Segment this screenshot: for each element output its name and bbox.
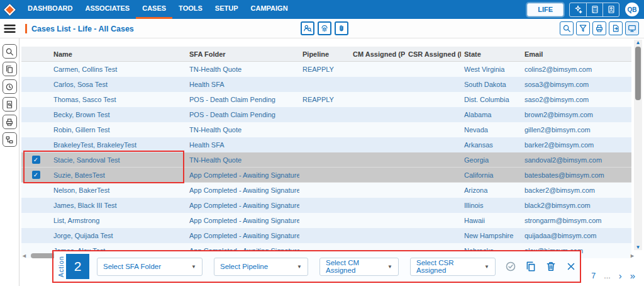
check-circle-icon[interactable] <box>504 260 517 273</box>
table-row[interactable]: ✓Suzie, BatesTestApp Completed - Awaitin… <box>21 168 631 183</box>
table-row[interactable]: Thomas, Sasco TestPOS - Death Claim Pend… <box>21 92 631 107</box>
row-pipeline <box>299 122 350 137</box>
page-number[interactable]: 7 <box>591 272 596 280</box>
vertical-scrollbar[interactable]: ▲ ▼ <box>634 40 642 250</box>
action-dropdown-select-cm-assigned[interactable]: Select CM Assigned▼ <box>319 258 399 276</box>
chevron-down-icon: ▼ <box>484 264 489 270</box>
nav-item-dashboard[interactable]: DASHBOARD <box>21 0 79 19</box>
fingerprint-icon[interactable] <box>318 21 331 35</box>
row-csr-assigned <box>405 107 461 122</box>
row-checkbox-cell[interactable] <box>21 62 50 77</box>
row-name: List, Armstrong <box>50 213 186 228</box>
duplicate-icon[interactable] <box>525 260 537 273</box>
scroll-up-icon[interactable]: ▲ <box>636 40 641 45</box>
table-row[interactable]: Becky, Brown TestPOS - Death Claim Pendi… <box>21 107 631 122</box>
row-state: Arkansas <box>461 137 521 152</box>
table-row[interactable]: List, ArmstrongApp Completed - Awaiting … <box>21 213 631 228</box>
column-header-email[interactable]: Email <box>521 47 631 61</box>
next-page-button[interactable]: › <box>619 270 622 281</box>
column-header-cm-assigned-p-[interactable]: CM Assigned (P) <box>350 47 405 61</box>
row-checkbox-cell[interactable]: ✓ <box>21 152 50 167</box>
attach-icon[interactable] <box>335 21 348 35</box>
row-state: West Virginia <box>461 62 521 77</box>
main-nav: DASHBOARDASSOCIATESCASESTOOLSSETUPCAMPAI… <box>21 0 294 19</box>
nav-item-associates[interactable]: ASSOCIATES <box>79 0 136 19</box>
nav-item-setup[interactable]: SETUP <box>209 0 245 19</box>
column-header-sfa-folder[interactable]: SFA Folder <box>186 47 299 61</box>
row-pipeline <box>299 213 350 228</box>
magic-icon[interactable] <box>570 3 586 16</box>
scroll-left-icon[interactable]: ◄ <box>21 253 27 259</box>
preview-icon[interactable] <box>3 97 17 112</box>
row-checkbox-cell[interactable] <box>21 77 50 92</box>
column-header-csr-assigned-p-[interactable]: CSR Assigned (P) <box>405 47 461 61</box>
table-row[interactable]: Nelson, BakerTestApp Completed - Awaitin… <box>21 183 631 198</box>
nav-item-cases[interactable]: CASES <box>136 0 172 19</box>
row-sfa-folder: Health SFA <box>186 137 299 152</box>
copy-icon[interactable] <box>3 62 17 76</box>
row-checkbox[interactable]: ✓ <box>32 171 40 179</box>
row-checkbox-cell[interactable] <box>21 92 50 107</box>
column-header-state[interactable]: State <box>461 47 521 61</box>
row-checkbox[interactable]: ✓ <box>32 156 40 164</box>
row-sfa-folder: TN-Health Quote <box>186 152 299 167</box>
vertical-scrollbar-thumb[interactable] <box>635 47 641 100</box>
row-name: BrakeleyTest, BrakeleyTest <box>50 137 186 152</box>
action-dropdown-select-csr-assigned[interactable]: Select CSR Assigned▼ <box>410 258 496 276</box>
row-checkbox-cell[interactable] <box>21 107 50 122</box>
row-sfa-folder: App Completed - Awaiting Signature <box>186 228 299 243</box>
trash-icon[interactable] <box>545 260 557 273</box>
row-checkbox-cell[interactable] <box>21 198 50 213</box>
flow-icon[interactable] <box>3 132 17 147</box>
search-icon[interactable] <box>560 21 574 35</box>
nav-item-tools[interactable]: TOOLS <box>172 0 209 19</box>
contacts-icon[interactable] <box>602 3 619 16</box>
table-row[interactable]: Jorge, Quijada TestApp Completed - Await… <box>21 228 631 243</box>
print-icon[interactable] <box>3 115 17 129</box>
table-row[interactable]: BrakeleyTest, BrakeleyTestHealth SFAArka… <box>21 137 631 152</box>
table-row[interactable]: Robin, Gillern TestTN-Health QuoteNevada… <box>21 122 631 137</box>
search-icon[interactable] <box>3 44 17 59</box>
monitor-icon[interactable] <box>625 21 639 35</box>
export-icon[interactable] <box>609 21 623 35</box>
row-checkbox-cell[interactable] <box>21 213 50 228</box>
table-row[interactable]: Carmen, Collins TestTN-Health QuoteREAPP… <box>21 62 631 77</box>
row-pipeline <box>299 228 350 243</box>
action-dropdown-select-pipeline[interactable]: Select Pipeline▼ <box>214 258 308 276</box>
last-page-button[interactable]: » <box>630 270 635 281</box>
row-sfa-folder: Health SFA <box>186 77 299 92</box>
filter-icon[interactable] <box>576 21 590 35</box>
menu-button[interactable] <box>3 22 16 35</box>
row-email: barker2@bimsym.com <box>521 137 631 152</box>
table-row[interactable]: James, Black III TestApp Completed - Awa… <box>21 198 631 213</box>
print-icon[interactable] <box>592 21 606 35</box>
history-icon[interactable] <box>3 79 17 94</box>
row-checkbox-cell[interactable] <box>21 122 50 137</box>
column-header-pipeline[interactable]: Pipeline <box>299 47 350 61</box>
nav-item-campaign[interactable]: CAMPAIGN <box>245 0 294 19</box>
row-checkbox-cell[interactable] <box>21 137 50 152</box>
scroll-right-icon[interactable]: ► <box>630 253 635 259</box>
bulk-action-bar: Action 2 Select SFA Folder▼Select Pipeli… <box>54 251 581 282</box>
action-dropdown-select-sfa-folder[interactable]: Select SFA Folder▼ <box>97 258 203 276</box>
row-checkbox-cell[interactable]: ✓ <box>21 168 50 182</box>
calculator-icon[interactable] <box>586 3 602 16</box>
row-email: sosa3@bimsym.com <box>521 77 631 92</box>
person-search-icon[interactable] <box>301 21 314 35</box>
row-cm-assigned <box>350 77 405 92</box>
table-row[interactable]: ✓Stacie, Sandoval TestTN-Health QuoteGeo… <box>21 152 631 168</box>
close-icon[interactable] <box>565 260 577 273</box>
life-button[interactable]: LIFE <box>527 3 564 16</box>
table-row[interactable]: Carlos, Sosa TestHealth SFASouth Dakotas… <box>21 77 631 92</box>
row-state: New Hampshire <box>461 228 521 243</box>
row-sfa-folder: TN-Health Quote <box>186 122 299 137</box>
scroll-down-icon[interactable]: ▼ <box>636 244 641 250</box>
row-csr-assigned <box>405 228 461 243</box>
user-badge[interactable]: QB <box>625 3 639 16</box>
hamburger-icon[interactable] <box>3 22 16 35</box>
column-header-name[interactable]: Name <box>50 47 186 61</box>
row-checkbox-cell[interactable] <box>21 183 50 198</box>
action-bar-label: Action <box>58 253 65 280</box>
row-checkbox-cell[interactable] <box>21 228 50 243</box>
app-logo[interactable] <box>0 0 19 19</box>
